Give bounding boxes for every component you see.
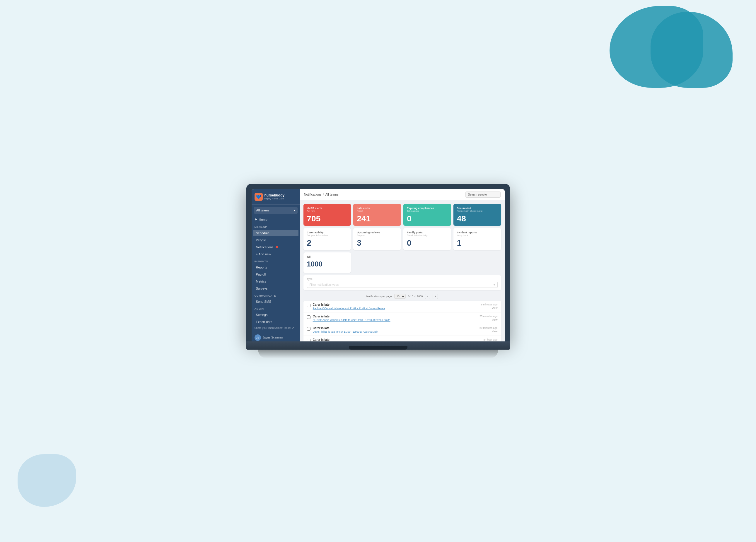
card-carer[interactable]: Carer activity For your information 2 xyxy=(303,228,351,250)
search-input[interactable] xyxy=(465,192,501,198)
notif-time-1: 8 minutes ago xyxy=(481,303,498,306)
bg-blob-3 xyxy=(18,454,76,507)
notif-checkbox-2[interactable] xyxy=(307,315,310,319)
card-late[interactable]: Late visits React 241 xyxy=(353,204,401,226)
breadcrumb: Notifications / All teams xyxy=(304,193,339,196)
card-upcoming-subtitle: Prepare xyxy=(357,234,397,237)
breadcrumb-home: Notifications xyxy=(304,193,322,196)
card-late-title: Late visits xyxy=(357,207,397,210)
card-late-subtitle: React xyxy=(357,210,397,212)
card-incident[interactable]: Incident reports Keep track 1 xyxy=(453,228,501,250)
card-secure-title: SecureVisit xyxy=(457,207,498,210)
notif-checkbox-3[interactable] xyxy=(307,327,310,330)
per-page-select[interactable]: 10 25 50 xyxy=(394,294,406,299)
card-incident-title: Incident reports xyxy=(457,231,498,234)
sidebar-item-home[interactable]: ⚑ Home xyxy=(252,216,300,224)
card-emar-title: eMAR alerts xyxy=(307,207,348,210)
sidebar-item-export[interactable]: Export data xyxy=(253,318,298,325)
card-expiring-title: Expiring compliances xyxy=(407,207,448,210)
card-secure-subtitle: Problems in check in/out xyxy=(457,210,498,212)
sidebar-item-payroll[interactable]: Payroll xyxy=(253,271,298,277)
logo-area: 💙 nursebuddy Happy Home Care xyxy=(252,189,300,205)
card-incident-subtitle: Keep track xyxy=(457,234,498,237)
notif-row-1[interactable]: Carer is late Pauline OConnell is late t… xyxy=(303,301,501,312)
filter-section: Type Filter notification types ▾ xyxy=(303,275,501,290)
sidebar-item-settings[interactable]: Settings xyxy=(253,311,298,318)
card-carer-number: 2 xyxy=(307,239,348,247)
card-emar-subtitle: Act now xyxy=(307,210,348,212)
sidebar-item-add-new[interactable]: + Add new xyxy=(253,251,298,258)
chevron-down-icon: ▾ xyxy=(293,209,295,212)
breadcrumb-current: All teams xyxy=(325,193,338,196)
notif-row-2[interactable]: Carer is late NURSE Annie Williams is la… xyxy=(303,312,501,324)
next-page-button[interactable]: › xyxy=(433,294,438,299)
home-icon: ⚑ xyxy=(255,218,257,222)
notif-title-1: Carer is late xyxy=(313,303,479,306)
card-family-title: Family portal xyxy=(407,231,448,234)
laptop-shadow xyxy=(258,350,498,358)
notif-desc-3: Dave Philips is late to visit 11:00 - 12… xyxy=(313,330,477,333)
notif-checkbox-4[interactable] xyxy=(307,339,310,341)
card-upcoming[interactable]: Upcoming reviews Prepare 3 xyxy=(353,228,401,250)
card-incident-number: 1 xyxy=(457,239,498,247)
card-expiring-number: 0 xyxy=(407,215,448,223)
page-range: 1-10 of 1000 xyxy=(408,295,423,298)
laptop-base xyxy=(246,341,510,350)
content-area: eMAR alerts Act now 705 Late visits Reac… xyxy=(300,200,505,341)
logo-icon: 💙 xyxy=(255,193,263,201)
notif-desc-1: Pauline OConnell is late to visit 11:09 … xyxy=(313,307,479,310)
card-all[interactable]: All 1000 xyxy=(303,253,351,273)
notif-time-3: 29 minutes ago xyxy=(479,326,498,329)
notif-title-2: Carer is late xyxy=(313,315,477,318)
card-carer-title: Carer activity xyxy=(307,231,348,234)
manage-section-label: Manage xyxy=(252,224,300,230)
cards-row-2: Carer activity For your information 2 Up… xyxy=(303,228,501,250)
filter-dropdown[interactable]: Filter notification types ▾ xyxy=(307,282,498,288)
card-secure[interactable]: SecureVisit Problems in check in/out 48 xyxy=(453,204,501,226)
team-selector[interactable]: All teams ▾ xyxy=(254,207,298,214)
user-profile[interactable]: JS Jayne Scarman xyxy=(255,334,297,341)
share-link[interactable]: Share your improvement ideas! ↗ xyxy=(252,325,300,332)
bg-blob-2 xyxy=(651,12,733,88)
notif-view-2[interactable]: View xyxy=(479,318,498,321)
notif-checkbox-1[interactable] xyxy=(307,304,310,307)
notif-row-4[interactable]: Carer is late Thea Solis is late to visi… xyxy=(303,336,501,341)
sidebar-footer: JS Jayne Scarman xyxy=(252,332,300,341)
sidebar-item-notifications[interactable]: Notifications xyxy=(253,244,298,251)
sidebar-item-metrics[interactable]: Metrics xyxy=(253,278,298,284)
laptop-screen: 💙 nursebuddy Happy Home Care All teams ▾… xyxy=(252,189,505,341)
sidebar-item-people[interactable]: People xyxy=(253,237,298,243)
card-emar-number: 705 xyxy=(307,215,348,223)
sidebar: 💙 nursebuddy Happy Home Care All teams ▾… xyxy=(252,189,300,341)
card-all-number: 1000 xyxy=(307,261,348,268)
card-emar[interactable]: eMAR alerts Act now 705 xyxy=(303,204,351,226)
card-expiring-subtitle: Take action xyxy=(407,210,448,212)
logo-text: nursebuddy xyxy=(264,193,285,197)
sidebar-item-reports[interactable]: Reports xyxy=(253,264,298,271)
card-family-subtitle: Check latest activity xyxy=(407,234,448,237)
chevron-down-icon: ▾ xyxy=(494,283,495,286)
insights-section-label: Insights xyxy=(252,258,300,264)
communicate-section-label: Communicate xyxy=(252,292,300,298)
laptop-container: 💙 nursebuddy Happy Home Care All teams ▾… xyxy=(246,184,510,358)
sidebar-item-surveys[interactable]: Surveys xyxy=(253,285,298,291)
cards-row-1: eMAR alerts Act now 705 Late visits Reac… xyxy=(303,204,501,226)
sidebar-item-send-sms[interactable]: Send SMS xyxy=(253,298,298,305)
card-carer-subtitle: For your information xyxy=(307,234,348,237)
card-secure-number: 48 xyxy=(457,215,498,223)
notification-badge xyxy=(276,246,278,248)
sidebar-item-schedule[interactable]: Schedule xyxy=(253,230,298,236)
card-upcoming-number: 3 xyxy=(357,239,397,247)
card-family[interactable]: Family portal Check latest activity 0 xyxy=(403,228,451,250)
prev-page-button[interactable]: ‹ xyxy=(425,294,430,299)
notif-title-4: Carer is late xyxy=(313,338,481,341)
admin-section-label: Admin xyxy=(252,305,300,311)
notif-row-3[interactable]: Carer is late Dave Philips is late to vi… xyxy=(303,324,501,336)
top-bar: Notifications / All teams xyxy=(300,189,505,200)
breadcrumb-separator: / xyxy=(323,193,324,196)
notif-view-3[interactable]: View xyxy=(479,330,498,333)
card-all-title: All xyxy=(307,255,348,259)
card-upcoming-title: Upcoming reviews xyxy=(357,231,397,234)
card-expiring[interactable]: Expiring compliances Take action 0 xyxy=(403,204,451,226)
notif-view-1[interactable]: View xyxy=(481,306,498,309)
